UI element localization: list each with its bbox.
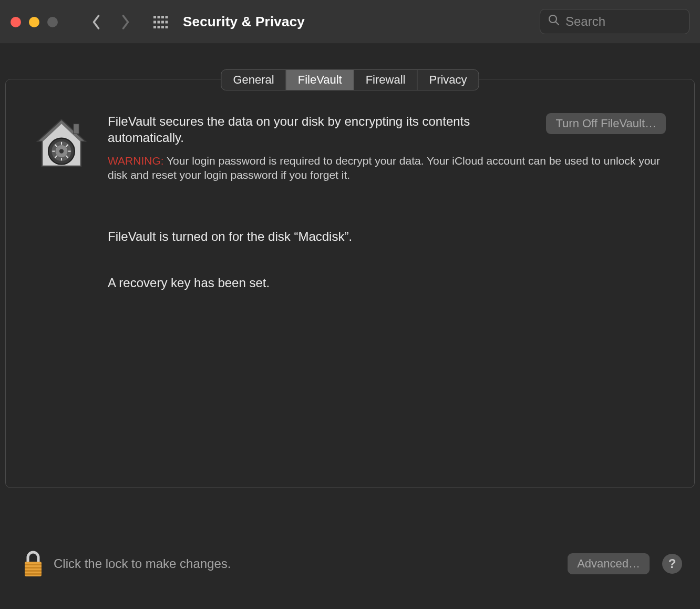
- show-all-button[interactable]: [153, 16, 168, 28]
- lock-icon[interactable]: [22, 550, 44, 577]
- svg-rect-2: [161, 16, 164, 18]
- tab-filevault[interactable]: FileVault: [286, 70, 354, 90]
- filevault-description: FileVault secures the data on your disk …: [108, 113, 530, 146]
- minimize-button[interactable]: [29, 17, 39, 27]
- nav-arrows: [91, 14, 130, 30]
- svg-rect-8: [153, 26, 156, 28]
- content-area: General FileVault Firewall Privacy: [0, 44, 700, 609]
- svg-line-13: [555, 22, 559, 25]
- svg-rect-16: [74, 124, 79, 134]
- tab-general[interactable]: General: [221, 70, 286, 90]
- filevault-status: FileVault is turned on for the disk “Mac…: [108, 229, 666, 244]
- window-title: Security & Privacy: [183, 14, 305, 30]
- svg-rect-30: [25, 564, 42, 565]
- search-input[interactable]: [565, 14, 682, 29]
- svg-rect-3: [166, 16, 168, 18]
- filevault-icon: [34, 116, 89, 171]
- filevault-panel: FileVault secures the data on your disk …: [5, 79, 695, 488]
- svg-rect-1: [158, 16, 160, 18]
- filevault-warning: WARNING: Your login password is required…: [108, 154, 666, 182]
- close-button[interactable]: [11, 17, 21, 27]
- svg-rect-9: [158, 26, 160, 28]
- warning-label: WARNING:: [108, 155, 164, 167]
- search-field[interactable]: [540, 9, 689, 34]
- forward-button[interactable]: [121, 14, 130, 30]
- svg-rect-6: [161, 21, 164, 23]
- window-controls: [11, 17, 58, 27]
- tab-firewall[interactable]: Firewall: [354, 70, 418, 90]
- titlebar: Security & Privacy: [0, 0, 700, 44]
- footer: Click the lock to make changes. Advanced…: [22, 550, 682, 577]
- tab-privacy[interactable]: Privacy: [417, 70, 478, 90]
- zoom-button: [47, 17, 58, 27]
- svg-point-20: [59, 149, 64, 153]
- turn-off-filevault-button[interactable]: Turn Off FileVault…: [546, 113, 666, 134]
- svg-rect-11: [166, 26, 168, 28]
- svg-rect-31: [25, 567, 42, 569]
- svg-rect-7: [166, 21, 168, 23]
- advanced-button[interactable]: Advanced…: [568, 553, 650, 574]
- recovery-status: A recovery key has been set.: [108, 276, 666, 290]
- svg-rect-4: [153, 21, 156, 23]
- svg-rect-5: [158, 21, 160, 23]
- svg-rect-32: [25, 570, 42, 572]
- svg-rect-0: [153, 16, 156, 18]
- lock-hint-text: Click the lock to make changes.: [54, 556, 231, 571]
- warning-text: Your login password is required to decry…: [108, 155, 660, 180]
- search-icon: [548, 14, 560, 29]
- tab-bar: General FileVault Firewall Privacy: [221, 69, 479, 90]
- help-button[interactable]: ?: [662, 554, 682, 574]
- svg-rect-33: [25, 573, 42, 575]
- svg-rect-10: [161, 26, 164, 28]
- back-button[interactable]: [91, 14, 101, 30]
